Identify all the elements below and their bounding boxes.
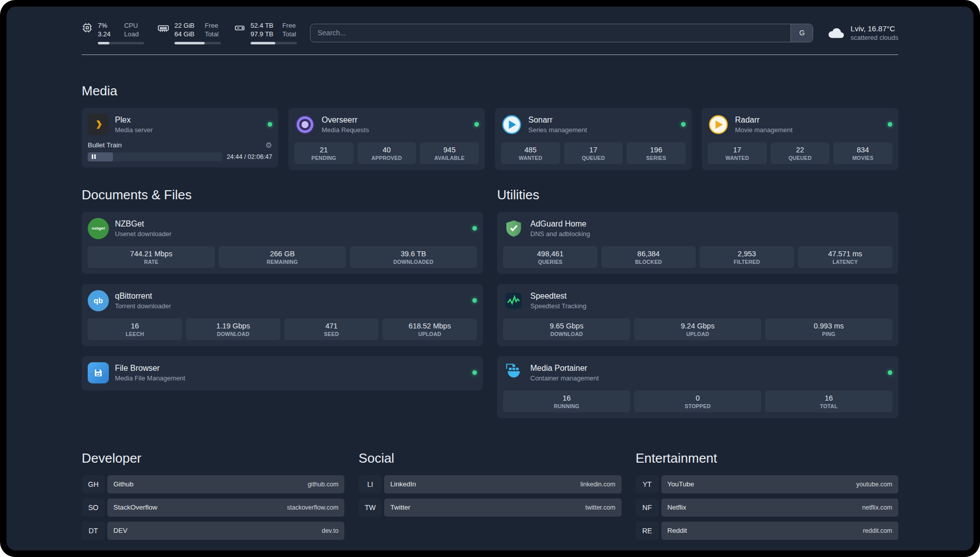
bookmark-abbr: DT <box>82 522 105 540</box>
overseerr-card[interactable]: Overseerr Media Requests 21PENDING 40APP… <box>288 108 485 170</box>
cpu-label-2: Load <box>124 30 144 38</box>
bookmark-domain: stackoverflow.com <box>287 504 338 511</box>
filebrowser-card[interactable]: File Browser Media File Management <box>82 356 483 391</box>
bookmarks-entertainment: Entertainment YT YouTube youtube.com NF … <box>636 451 898 540</box>
stat-value: 22 <box>773 146 828 154</box>
stat-queued: 22QUEUED <box>771 142 830 164</box>
stat-value: 834 <box>835 146 890 154</box>
weather-widget: Lviv, 16.87°C scattered clouds <box>826 23 898 42</box>
stat-label: DOWNLOAD <box>505 331 628 337</box>
media-grid: Plex Media server Bullet Train ⚙ <box>82 108 898 170</box>
bookmark-linkedin[interactable]: LI LinkedIn linkedin.com <box>358 475 621 493</box>
bookmark-abbr: TW <box>358 498 382 517</box>
stat-label: QUEUED <box>566 155 621 161</box>
stat-value: 16 <box>90 322 180 330</box>
stat-label: LEECH <box>90 331 180 337</box>
stat-queued: 17QUEUED <box>564 142 623 164</box>
now-playing-row: Bullet Train ⚙ <box>88 141 272 149</box>
stat-pending: 21PENDING <box>294 142 353 164</box>
bookmark-stackoverflow[interactable]: SO StackOverflow stackoverflow.com <box>82 498 344 517</box>
portainer-card[interactable]: Media Portainer Container management 16R… <box>497 356 898 418</box>
memory-free: 22 GiB <box>174 22 197 30</box>
stat-value: 86,384 <box>603 250 694 258</box>
portainer-meta: Media Portainer Container management <box>530 363 599 381</box>
top-bar: 7% CPU 3.24 Load 22 GiB Free 64 GiB Tota… <box>82 22 898 44</box>
utilities-stack: AdGuard Home DNS and adblocking 498,461Q… <box>497 212 898 418</box>
section-title-documents: Documents & Files <box>82 187 483 203</box>
stat-value: 16 <box>505 394 628 402</box>
status-dot <box>268 122 272 127</box>
bookmark-reddit[interactable]: RE Reddit reddit.com <box>636 522 898 540</box>
stat-label: APPROVED <box>359 155 414 161</box>
service-desc: Media server <box>115 126 153 134</box>
stat-wanted: 485WANTED <box>501 142 560 164</box>
service-name: Overseerr <box>322 115 369 125</box>
stat-leech: 16LEECH <box>88 318 182 340</box>
documents-stack: nzbget NZBGet Usenet downloader 744.21 M… <box>82 212 483 391</box>
service-name: Speedtest <box>530 291 586 301</box>
gear-icon[interactable]: ⚙ <box>266 141 272 149</box>
stat-value: 498,461 <box>505 250 595 258</box>
section-title-entertainment: Entertainment <box>636 451 898 466</box>
status-dot <box>472 226 477 231</box>
stat-upload: 618.52 MbpsUPLOAD <box>383 318 477 340</box>
bookmark-youtube[interactable]: YT YouTube youtube.com <box>636 475 898 493</box>
plex-card[interactable]: Plex Media server Bullet Train ⚙ <box>82 108 278 168</box>
player-progress-fill <box>88 152 113 161</box>
adguard-icon <box>503 218 524 239</box>
bookmark-netflix[interactable]: NF Netflix netflix.com <box>636 498 898 517</box>
stat-running: 16RUNNING <box>503 391 630 412</box>
disk-total: 97.9 TB <box>251 30 274 38</box>
weather-condition: scattered clouds <box>850 34 898 42</box>
disk-progressbar <box>251 42 297 44</box>
stat-download: 9.65 GbpsDOWNLOAD <box>503 318 630 340</box>
plex-now-playing: Bullet Train ⚙ 24:44 / 02:06:47 <box>88 141 272 161</box>
qbittorrent-card[interactable]: qb qBittorrent Torrent downloader 16LEEC… <box>82 284 483 346</box>
stat-value: 17 <box>710 146 765 154</box>
plex-icon <box>88 114 109 135</box>
bookmark-body: YouTube youtube.com <box>661 475 898 493</box>
bookmark-twitter[interactable]: TW Twitter twitter.com <box>358 498 621 517</box>
sonarr-card[interactable]: Sonarr Series management 485WANTED 17QUE… <box>495 108 692 170</box>
bookmark-dev[interactable]: DT DEV dev.to <box>82 522 344 540</box>
bookmark-domain: dev.to <box>322 527 338 534</box>
bookmark-name: DEV <box>113 527 128 534</box>
bookmark-body: Github github.com <box>107 475 344 493</box>
service-name: Media Portainer <box>530 363 599 373</box>
service-desc: Series management <box>528 126 587 134</box>
player-progressbar[interactable] <box>88 152 222 161</box>
pause-icon[interactable] <box>92 154 96 159</box>
status-dot <box>681 122 686 127</box>
speedtest-card[interactable]: Speedtest Speedtest Tracking 9.65 GbpsDO… <box>497 284 898 346</box>
stat-ping: 0.993 msPING <box>765 318 892 340</box>
stat-value: 266 GB <box>221 250 344 258</box>
memory-total: 64 GiB <box>174 30 197 38</box>
stat-label: DOWNLOAD <box>188 331 278 337</box>
sonarr-header: Sonarr Series management <box>501 113 686 136</box>
stat-total: 16TOTAL <box>765 391 892 412</box>
stat-queries: 498,461QUERIES <box>503 246 597 268</box>
disk-widget: 52.4 TB Free 97.9 TB Total <box>234 22 297 44</box>
bookmark-name: LinkedIn <box>390 480 416 488</box>
section-documents: Documents & Files nzbget NZBGet Usenet d… <box>82 187 483 391</box>
radarr-card[interactable]: Radarr Movie management 17WANTED 22QUEUE… <box>702 108 898 170</box>
qbittorrent-meta: qBittorrent Torrent downloader <box>115 291 171 309</box>
search-input[interactable] <box>311 24 790 42</box>
stat-value: 16 <box>767 394 890 402</box>
bookmark-github[interactable]: GH Github github.com <box>82 475 344 493</box>
player-time: 24:44 / 02:06:47 <box>227 153 272 160</box>
bookmark-abbr: YT <box>636 475 659 493</box>
stat-value: 744.21 Mbps <box>90 250 213 258</box>
disk-label-2: Total <box>282 30 297 38</box>
adguard-card[interactable]: AdGuard Home DNS and adblocking 498,461Q… <box>497 212 898 274</box>
bookmark-abbr: NF <box>636 498 659 517</box>
stat-value: 485 <box>503 146 558 154</box>
bookmark-domain: reddit.com <box>863 527 892 534</box>
memory-progress-fill <box>174 42 205 44</box>
bookmark-body: LinkedIn linkedin.com <box>384 475 621 493</box>
radarr-icon <box>708 114 729 135</box>
nzbget-card[interactable]: nzbget NZBGet Usenet downloader 744.21 M… <box>82 212 483 274</box>
disk-label-1: Free <box>282 22 297 30</box>
search-provider-button[interactable]: G <box>790 24 813 42</box>
stat-value: 0.993 ms <box>767 322 890 330</box>
